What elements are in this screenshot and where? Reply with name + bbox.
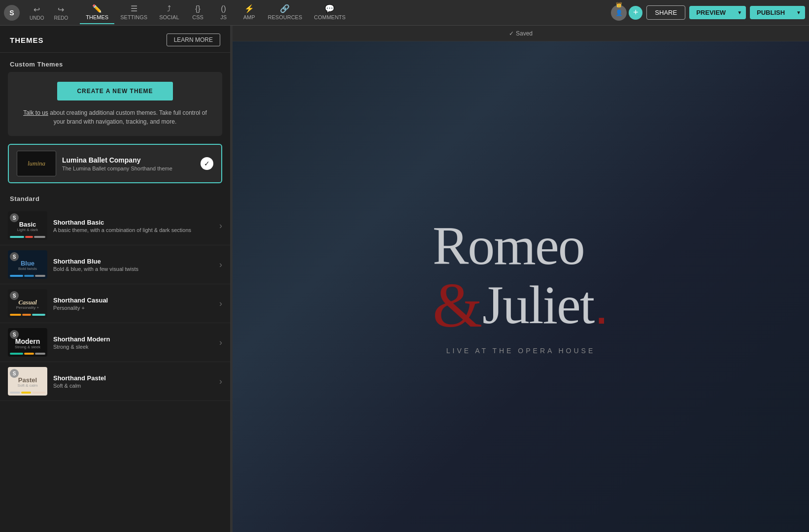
create-theme-button[interactable]: CREATE A NEW THEME [57, 82, 172, 100]
preview-dropdown-button[interactable]: ▼ [733, 7, 746, 18]
theme-preview-pastel: S Pastel Soft & calm [8, 367, 47, 396]
theme-desc: The Lumina Ballet company Shorthand them… [62, 166, 195, 171]
theme-item-info-casual: Shorthand Casual Personality + [53, 297, 213, 311]
opera-subtitle: LIVE AT THE OPERA HOUSE [433, 347, 609, 355]
theme-item-desc-basic: A basic theme, with a combination of lig… [53, 227, 213, 233]
theme-item-modern[interactable]: S Modern Strong & sleek Shorthand Modern… [0, 323, 230, 362]
theme-item-desc-casual: Personality + [53, 305, 213, 311]
color-bars-modern [10, 353, 45, 355]
amp-icon: ⚡ [244, 4, 254, 13]
s-badge-basic: S [10, 213, 19, 222]
s-badge-modern: S [10, 330, 19, 339]
s-badge-pastel: S [10, 369, 19, 378]
theme-item-info-modern: Shorthand Modern Strong & sleek [53, 335, 213, 350]
s-badge-blue: S [10, 252, 19, 261]
nav-js[interactable]: () JS [211, 1, 236, 24]
redo-icon: ↪ [58, 5, 64, 14]
preview-name-blue: Blue [21, 260, 34, 266]
nav-resources[interactable]: 🔗 RESOURCES [262, 1, 308, 24]
checkmark-icon: ✓ [204, 160, 210, 167]
nav-themes[interactable]: ✏️ THEMES [80, 1, 114, 24]
social-icon: ⤴ [167, 4, 171, 13]
crown-icon: 👑 [616, 2, 622, 7]
arrow-icon-basic: › [219, 221, 222, 231]
arrow-icon-blue: › [219, 260, 222, 270]
publish-btn-group: PUBLISH ▼ [750, 6, 805, 19]
theme-item-desc-pastel: Soft & calm [53, 383, 213, 389]
resources-icon: 🔗 [280, 4, 290, 13]
preview-sub-pastel: Soft & calm [18, 383, 38, 388]
color-bar-modern-2 [24, 353, 34, 355]
color-bars-blue [10, 275, 45, 277]
theme-item-basic[interactable]: S Basic Light & dark Shorthand Basic A b… [0, 206, 230, 245]
theme-item-desc-modern: Strong & sleek [53, 344, 213, 350]
ampersand-text: & [433, 273, 482, 337]
preview-sub-blue: Bold twists [18, 266, 37, 271]
preview-image-overlay: Romeo & Juliet . LIVE AT THE OPERA HOUSE [233, 41, 809, 532]
selected-theme-card[interactable]: lumina Lumina Ballet Company The Lumina … [8, 144, 222, 183]
color-bar-blue-3 [35, 275, 45, 277]
redo-button[interactable]: ↪ REDO [50, 3, 72, 23]
preview-name-pastel: Pastel [18, 377, 37, 383]
preview-content: Romeo & Juliet . LIVE AT THE OPERA HOUSE [233, 41, 809, 532]
theme-item-blue[interactable]: S Blue Bold twists Shorthand Blue Bold &… [0, 245, 230, 284]
preview-sub-modern: Strong & sleek [15, 345, 40, 349]
saved-text: Saved [516, 30, 533, 37]
theme-item-name-modern: Shorthand Modern [53, 335, 213, 343]
custom-themes-description: Talk to us about creating additional cus… [18, 108, 212, 126]
color-bar-casual-3 [32, 314, 45, 316]
settings-icon: ☰ [131, 4, 137, 13]
publish-dropdown-button[interactable]: ▼ [792, 7, 805, 18]
color-bar-pastel-2 [21, 392, 31, 394]
color-bar-casual-1 [10, 314, 21, 316]
preview-button[interactable]: PREVIEW [689, 6, 733, 19]
color-bar-modern-3 [35, 353, 45, 355]
app-logo: S [4, 5, 20, 21]
share-button[interactable]: SHARE [646, 5, 685, 20]
theme-logo-text: lumina [28, 160, 45, 167]
theme-logo-preview: lumina [17, 151, 56, 176]
main-layout: THEMES LEARN MORE Custom Themes CREATE A… [0, 26, 809, 532]
theme-item-name-pastel: Shorthand Pastel [53, 374, 213, 382]
romeo-juliet-display: Romeo & Juliet . LIVE AT THE OPERA HOUSE [413, 199, 629, 374]
theme-item-info-pastel: Shorthand Pastel Soft & calm [53, 374, 213, 389]
nav-css[interactable]: {} CSS [185, 1, 211, 24]
saved-check-icon: ✓ [509, 30, 514, 37]
add-user-button[interactable]: + [629, 6, 642, 20]
color-bar-blue-1 [10, 275, 23, 277]
arrow-icon-modern: › [219, 337, 222, 348]
s-badge-casual: S [10, 291, 19, 300]
color-bar-1 [10, 236, 24, 238]
saved-bar: ✓ Saved [233, 26, 809, 41]
nav-social[interactable]: ⤴ SOCIAL [153, 1, 185, 24]
publish-button[interactable]: PUBLISH [750, 6, 792, 19]
color-bars-basic [10, 236, 45, 238]
arrow-icon-pastel: › [219, 376, 222, 387]
standard-section-title: Standard [0, 187, 230, 206]
preview-sub-casual: Personality + [16, 305, 39, 310]
talk-to-us-link[interactable]: Talk to us [23, 109, 48, 116]
arrow-icon-casual: › [219, 299, 222, 309]
color-bar-2 [25, 236, 33, 238]
undo-button[interactable]: ↩ UNDO [26, 3, 48, 23]
color-bar-blue-2 [24, 275, 34, 277]
theme-item-casual[interactable]: S Casual Personality + Shorthand Casual … [0, 284, 230, 323]
avatar-group: 👑 👤 + [611, 5, 642, 21]
theme-item-pastel[interactable]: S Pastel Soft & calm Shorthand Pastel So… [0, 362, 230, 401]
sidebar: THEMES LEARN MORE Custom Themes CREATE A… [0, 26, 231, 532]
ampersand-juliet: & Juliet . [433, 273, 609, 337]
nav-comments[interactable]: 💬 COMMENTS [308, 1, 351, 24]
toolbar: S ↩ UNDO ↪ REDO ✏️ THEMES ☰ SETTINGS ⤴ S… [0, 0, 809, 26]
preview-name-basic: Basic [19, 221, 36, 228]
sidebar-title: THEMES [10, 36, 44, 44]
nav-amp[interactable]: ⚡ AMP [236, 1, 262, 24]
theme-item-info-basic: Shorthand Basic A basic theme, with a co… [53, 219, 213, 233]
theme-item-name-casual: Shorthand Casual [53, 297, 213, 304]
juliet-dot: . [594, 278, 609, 332]
theme-name: Lumina Ballet Company [62, 156, 195, 164]
learn-more-button[interactable]: LEARN MORE [167, 33, 220, 46]
color-bar-casual-2 [22, 314, 31, 316]
toolbar-nav: ✏️ THEMES ☰ SETTINGS ⤴ SOCIAL {} CSS () … [80, 1, 611, 24]
avatar: 👑 👤 [611, 5, 627, 21]
nav-settings[interactable]: ☰ SETTINGS [114, 1, 153, 24]
